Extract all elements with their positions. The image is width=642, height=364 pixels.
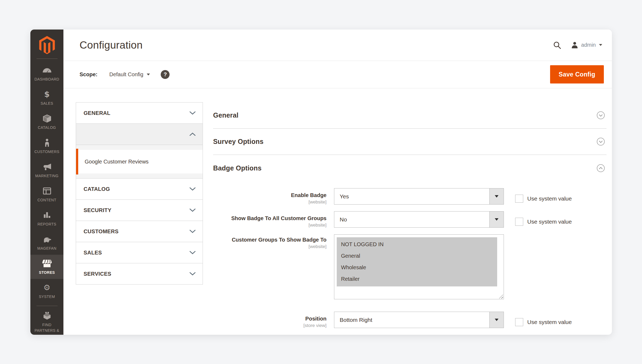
dashboard-icon bbox=[42, 65, 52, 75]
page-title: Configuration bbox=[80, 39, 143, 51]
user-avatar-icon bbox=[571, 42, 578, 48]
sidebar-item-content[interactable]: CONTENT bbox=[30, 182, 63, 206]
customer-groups-multiselect[interactable]: NOT LOGGED IN General Wholesale Retailer bbox=[334, 234, 504, 299]
chevron-down-icon bbox=[189, 187, 196, 191]
system-gear-icon: ⚙ bbox=[44, 283, 51, 292]
resize-grip[interactable] bbox=[499, 294, 503, 299]
sidebar-item-magefan[interactable]: MAGEFAN bbox=[30, 231, 63, 255]
nav-section-catalog[interactable]: CATALOG bbox=[76, 179, 203, 200]
field-show-badge-all-groups: Show Badge To All Customer Groups [websi… bbox=[213, 211, 607, 228]
sidebar-divider bbox=[37, 306, 58, 306]
field-enable-badge: Enable Badge [website] Yes Use system va… bbox=[213, 188, 607, 205]
config-content: GENERAL Google Customer Reviews CATALOG bbox=[63, 88, 612, 335]
scope-value: Default Config bbox=[109, 71, 144, 78]
content-icon bbox=[43, 186, 51, 195]
panel-general[interactable]: General bbox=[213, 102, 607, 129]
sidebar-item-system[interactable]: ⚙ SYSTEM bbox=[30, 279, 63, 303]
active-indicator bbox=[76, 149, 78, 174]
sidebar-item-reports[interactable]: REPORTS bbox=[30, 206, 63, 231]
show-badge-select[interactable]: No bbox=[334, 211, 504, 228]
sidebar-item-stores[interactable]: STORES bbox=[30, 255, 63, 279]
badge-options-form: Enable Badge [website] Yes Use system va… bbox=[213, 181, 607, 328]
use-system-value-label[interactable]: Use system value bbox=[527, 195, 572, 202]
chevron-up-circle-icon bbox=[597, 164, 605, 172]
chevron-down-icon bbox=[189, 111, 196, 115]
field-scope-hint: [store view] bbox=[213, 323, 327, 328]
chevron-down-circle-icon bbox=[597, 111, 605, 119]
admin-user-menu[interactable]: admin bbox=[571, 42, 602, 48]
sidebar-item-customers[interactable]: CUSTOMERS bbox=[30, 134, 63, 158]
magento-logo[interactable] bbox=[30, 35, 63, 59]
chevron-down-icon bbox=[189, 230, 196, 233]
nav-section-customers[interactable]: CUSTOMERS bbox=[76, 221, 203, 242]
config-section-nav: GENERAL Google Customer Reviews CATALOG bbox=[76, 102, 203, 285]
config-panels: General Survey Options Badge Options bbox=[213, 102, 607, 335]
position-use-system-checkbox[interactable] bbox=[515, 318, 523, 326]
chevron-down-icon bbox=[189, 272, 196, 276]
reports-icon bbox=[43, 210, 51, 220]
sidebar-item-sales[interactable]: $ SALES bbox=[30, 86, 63, 110]
chevron-down-circle-icon bbox=[597, 137, 605, 146]
chevron-down-icon bbox=[599, 44, 602, 46]
nav-section-services[interactable]: SERVICES bbox=[76, 263, 203, 285]
enable-badge-select[interactable]: Yes bbox=[334, 188, 504, 205]
sidebar-item-find-partners[interactable]: FIND PARTNERS & EXTENSIONS bbox=[30, 307, 63, 335]
field-label: Customer Groups To Show Badge To bbox=[213, 236, 327, 243]
use-system-value-label[interactable]: Use system value bbox=[527, 319, 572, 325]
position-select[interactable]: Bottom Right bbox=[334, 312, 504, 328]
chevron-down-icon bbox=[147, 74, 150, 75]
help-icon[interactable]: ? bbox=[161, 70, 170, 79]
user-name: admin bbox=[581, 42, 596, 48]
option-general[interactable]: General bbox=[337, 250, 497, 262]
field-position: Position [store view] Bottom Right Use s… bbox=[213, 312, 607, 328]
enable-badge-use-system-checkbox[interactable] bbox=[515, 195, 523, 203]
nav-section-sales[interactable]: SALES bbox=[76, 242, 203, 263]
config-toolbar: Scope: Default Config ? Save Config bbox=[63, 61, 612, 88]
panel-badge-options[interactable]: Badge Options bbox=[213, 155, 607, 181]
select-arrow bbox=[489, 312, 504, 328]
use-system-value-label[interactable]: Use system value bbox=[527, 219, 572, 225]
field-label: Position bbox=[213, 315, 327, 322]
sidebar-item-dashboard[interactable]: DASHBOARD bbox=[30, 61, 63, 86]
catalog-icon bbox=[43, 114, 51, 123]
field-label: Enable Badge bbox=[213, 192, 327, 199]
nav-section-security[interactable]: SECURITY bbox=[76, 200, 203, 221]
select-arrow bbox=[489, 212, 504, 227]
chevron-down-icon bbox=[189, 208, 196, 212]
customers-icon bbox=[44, 138, 50, 147]
save-config-button[interactable]: Save Config bbox=[550, 65, 604, 83]
magento-logo-icon bbox=[39, 36, 55, 54]
admin-window: DASHBOARD $ SALES CATALOG CUSTOMERS MARK… bbox=[30, 30, 612, 335]
show-badge-use-system-checkbox[interactable] bbox=[515, 218, 523, 226]
chevron-up-icon bbox=[189, 132, 196, 136]
page-header: Configuration admin bbox=[63, 30, 612, 61]
sidebar-item-marketing[interactable]: MARKETING bbox=[30, 158, 63, 182]
admin-sidebar: DASHBOARD $ SALES CATALOG CUSTOMERS MARK… bbox=[30, 30, 63, 335]
selected-options-block: NOT LOGGED IN General Wholesale Retailer bbox=[337, 237, 497, 286]
partners-brick-icon bbox=[43, 311, 51, 320]
sidebar-divider bbox=[37, 59, 58, 59]
nav-children: Google Customer Reviews bbox=[76, 145, 203, 179]
nav-section-general[interactable]: GENERAL bbox=[76, 103, 203, 124]
panel-survey-options[interactable]: Survey Options bbox=[213, 129, 607, 155]
search-icon[interactable] bbox=[553, 41, 561, 49]
scope-label: Scope: bbox=[80, 71, 98, 78]
stores-icon bbox=[42, 259, 52, 268]
nav-section-expanded[interactable] bbox=[76, 124, 203, 145]
field-customer-groups: Customer Groups To Show Badge To [websit… bbox=[213, 234, 607, 299]
sales-icon: $ bbox=[44, 90, 49, 99]
sidebar-item-catalog[interactable]: CATALOG bbox=[30, 110, 63, 134]
chevron-down-icon bbox=[189, 251, 196, 254]
option-wholesale[interactable]: Wholesale bbox=[337, 262, 497, 273]
option-not-logged-in[interactable]: NOT LOGGED IN bbox=[337, 239, 497, 250]
scope-switcher[interactable]: Default Config bbox=[109, 71, 150, 78]
select-arrow bbox=[489, 188, 504, 204]
field-scope-hint: [website] bbox=[213, 199, 327, 205]
field-scope-hint: [website] bbox=[213, 244, 327, 249]
main-area: Configuration admin Scope: Default Confi… bbox=[63, 30, 612, 335]
magefan-elephant-icon bbox=[42, 235, 52, 244]
marketing-icon bbox=[42, 162, 52, 171]
field-label: Show Badge To All Customer Groups bbox=[213, 215, 327, 222]
nav-item-google-customer-reviews[interactable]: Google Customer Reviews bbox=[76, 150, 203, 173]
option-retailer[interactable]: Retailer bbox=[337, 273, 497, 285]
